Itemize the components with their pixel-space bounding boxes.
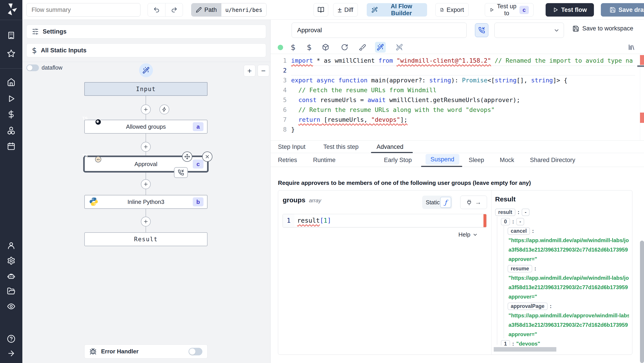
ai-assistant-wand-icon[interactable] [375,42,386,53]
zoom-in-button[interactable]: + [244,65,255,77]
runs-play-icon[interactable] [7,95,16,103]
insert-step-button[interactable] [141,217,151,226]
insert-step-button[interactable] [141,179,151,189]
redo-icon[interactable] [165,3,183,16]
static-mode-toggle[interactable]: Static ƒ [422,196,452,209]
json-key-pill[interactable]: 0 [501,218,510,225]
suspend-approval-button[interactable] [475,23,488,37]
diff-button[interactable]: ± Diff [333,3,358,17]
expand-sidebar-arrow-icon[interactable] [7,349,16,358]
subtab-sleep[interactable]: Sleep [469,153,484,167]
add-resource-dollar-icon[interactable]: $ [304,42,314,53]
insert-step-button[interactable] [141,142,151,152]
suspend-settings-box: groupsarray Static ƒ → 1 result[1] Help [278,190,632,355]
result-tree-row: "https://app.windmill.dev/approve/windmi… [495,311,629,320]
format-brush-icon[interactable] [357,42,368,53]
suspend-phone-incoming-badge[interactable] [174,167,188,178]
json-string-value: a3f58d13e212/3963172903/2c77d162d6b17395… [508,247,628,253]
function-mode-button[interactable]: ƒ [440,197,451,208]
graph-node-inline-python3[interactable]: Inline Python3 b [84,195,208,209]
flow-settings-card[interactable]: Settings [26,25,266,39]
page-vertical-scrollbar[interactable] [640,241,644,363]
docs-book-button[interactable] [314,3,328,17]
settings-gear-icon[interactable] [7,256,16,265]
help-icon[interactable] [7,334,16,343]
export-button[interactable]: Export [435,3,469,17]
flow-summary-input[interactable] [26,3,140,17]
error-handler-card[interactable]: Error Handler [84,344,208,358]
json-colon: : [550,303,552,309]
zoom-out-button[interactable]: − [258,65,269,77]
error-handler-toggle[interactable] [188,348,202,355]
insert-trigger-zap-button[interactable] [160,105,169,114]
json-key-pill[interactable]: approvalPage [508,302,548,310]
users-person-icon[interactable] [7,241,16,250]
audit-logs-eye-icon[interactable] [7,302,16,311]
collapse-toggle[interactable]: - [516,218,524,225]
step-name-input[interactable] [292,23,467,38]
dataflow-toggle[interactable] [26,65,39,71]
graph-node-result[interactable]: Result [84,232,208,246]
code-editor[interactable]: 12345678 import * as wmillClient from "w… [270,54,644,141]
book-open-icon [318,7,324,13]
graph-node-input[interactable]: Input [84,82,208,96]
schedules-calendar-icon[interactable] [7,142,16,151]
subtab-early-stop[interactable]: Early Stop [384,153,412,167]
move-step-button[interactable] [182,152,192,162]
folders-icon[interactable] [7,287,16,295]
result-tree-row: approver=" [495,292,629,301]
json-key-pill[interactable]: 1 [501,340,510,346]
json-string-value: approver=" [508,294,537,300]
line-number: 2 [270,66,287,75]
tab-test-this-step[interactable]: Test this step [323,141,359,153]
line-number: 8 [270,125,287,135]
subtab-mock[interactable]: Mock [500,153,514,167]
home-icon[interactable] [7,78,16,86]
ai-wand-off-icon[interactable] [394,42,405,53]
resources-boxes-icon[interactable] [7,126,16,135]
code-line: export async function main(approver?: st… [291,75,635,85]
undo-icon[interactable] [148,3,165,16]
result-tree-row: result:- [495,207,629,217]
test-up-to-button[interactable]: Test up to c [485,3,534,17]
json-key-pill[interactable]: result [495,209,516,216]
add-variable-dollar-icon[interactable]: $ [288,42,298,53]
script-version-select[interactable] [494,23,564,38]
code-line: // Return the resume URLs along with the… [291,105,635,115]
favorites-star-icon[interactable] [7,49,16,58]
save-to-workspace-button[interactable]: Save to workspace [572,25,633,32]
tab-advanced[interactable]: Advanced [376,141,404,153]
json-key-pill[interactable]: resume [508,265,532,272]
tab-step-input[interactable]: Step Input [278,141,306,153]
all-static-inputs-card[interactable]: $ All Static Inputs [26,44,266,57]
variables-dollar-icon[interactable] [7,110,16,119]
subtab-retries[interactable]: Retries [278,153,297,167]
groups-expression-editor[interactable]: 1 result[1] [283,214,486,227]
workspace-icon[interactable] [7,31,16,40]
subtab-shared-directory[interactable]: Shared Directory [530,153,575,167]
collapse-toggle[interactable]: - [522,209,530,216]
json-string-value: "https://app.windmill.dev/approve/windmi… [508,312,629,319]
ai-graph-wand-button[interactable] [139,63,153,77]
delete-step-button[interactable] [202,152,212,162]
workers-robot-icon[interactable] [7,272,16,280]
result-horizontal-scrollbar[interactable] [494,347,556,351]
subtab-runtime[interactable]: Runtime [313,153,336,167]
minus-icon: − [261,67,266,75]
windmill-logo-icon[interactable] [4,3,18,16]
phone-incoming-icon [178,169,184,176]
help-toggle[interactable]: Help [458,231,478,238]
connect-input-button[interactable]: → [460,196,487,209]
test-flow-button[interactable]: Test flow [546,3,594,17]
graph-node-allowed-groups[interactable]: TS Allowed groups a [84,120,208,134]
save-draft-button[interactable]: Save draft C [601,3,644,17]
insert-step-button[interactable] [141,105,151,114]
path-button[interactable]: Path u/henri/bes [191,3,266,17]
library-icon[interactable] [626,42,637,53]
ai-flow-builder-button[interactable]: AI Flow Builder [367,3,427,17]
error-handler-label: Error Handler [101,348,184,355]
reset-refresh-icon[interactable] [339,42,350,53]
subtab-suspend[interactable]: Suspend [426,154,459,165]
json-key-pill[interactable]: cancel [508,227,530,235]
package-icon[interactable] [320,42,331,53]
